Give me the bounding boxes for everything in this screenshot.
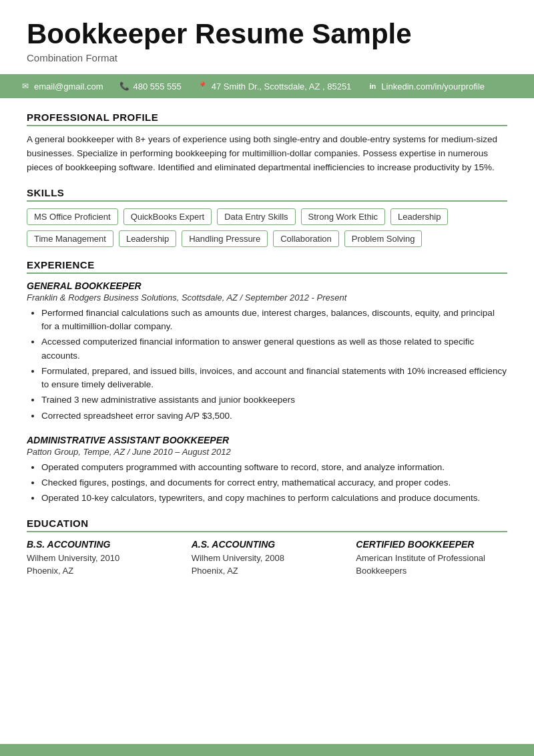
exp-bullet: Accessed computerized financial informat… <box>41 335 507 363</box>
education-section: EDUCATION B.S. ACCOUNTINGWilhem Universi… <box>27 518 507 578</box>
exp-company: Patton Group, Tempe, AZ / June 2010 – Au… <box>27 447 507 457</box>
edu-degree: CERTIFIED BOOKKEEPER <box>356 539 507 550</box>
edu-item: A.S. ACCOUNTINGWilhem University, 2008Ph… <box>192 539 343 578</box>
edu-line1: American Institute of Professional Bookk… <box>356 552 507 578</box>
edu-degree: A.S. ACCOUNTING <box>192 539 343 550</box>
edu-line1: Wilhem University, 2010 <box>27 552 178 565</box>
exp-title: ADMINISTRATIVE ASSISTANT BOOKKEEPER <box>27 435 507 445</box>
exp-bullet: Trained 3 new administrative assistants … <box>41 393 507 407</box>
header-section: Bookkeeper Resume Sample Combination For… <box>0 0 534 74</box>
experience-section: EXPERIENCE GENERAL BOOKKEEPERFranklin & … <box>27 259 507 506</box>
skill-tag: Handling Pressure <box>182 230 268 247</box>
resume-title: Bookkeeper Resume Sample <box>27 19 507 49</box>
education-grid: B.S. ACCOUNTINGWilhem University, 2010Ph… <box>27 539 507 578</box>
skill-tag: Strong Work Ethic <box>301 208 386 225</box>
phone-text: 480 555 555 <box>134 81 182 91</box>
edu-line1: Wilhem University, 2008 <box>192 552 343 565</box>
exp-bullet: Operated computers programmed with accou… <box>41 461 507 474</box>
contact-email: ✉ email@gmail.com <box>20 81 103 91</box>
profile-section: PROFESSIONAL PROFILE A general bookkeepe… <box>27 112 507 175</box>
exp-company: Franklin & Rodgers Business Solutions, S… <box>27 293 507 303</box>
profile-label: PROFESSIONAL PROFILE <box>27 112 158 123</box>
skill-tag: Time Management <box>27 230 113 247</box>
education-header: EDUCATION <box>27 518 507 532</box>
email-icon: ✉ <box>20 81 31 91</box>
skill-tag: Collaboration <box>273 230 339 247</box>
profile-header: PROFESSIONAL PROFILE <box>27 112 507 126</box>
exp-bullets: Performed financial calculations such as… <box>27 307 507 423</box>
skill-tag: Leadership <box>119 230 176 247</box>
page: Bookkeeper Resume Sample Combination For… <box>0 0 534 756</box>
exp-bullet: Corrected spreadsheet error saving A/P $… <box>41 409 507 423</box>
skills-container: MS Office ProficientQuickBooks ExpertDat… <box>27 208 507 247</box>
edu-item: B.S. ACCOUNTINGWilhem University, 2010Ph… <box>27 539 178 578</box>
email-text: email@gmail.com <box>34 81 103 91</box>
skills-header: SKILLS <box>27 187 507 202</box>
experience-entry: ADMINISTRATIVE ASSISTANT BOOKKEEPERPatto… <box>27 435 507 506</box>
linkedin-icon: in <box>367 81 378 91</box>
footer-bar <box>0 744 534 756</box>
skills-label: SKILLS <box>27 187 64 198</box>
edu-degree: B.S. ACCOUNTING <box>27 539 178 550</box>
skill-tag: Leadership <box>390 208 448 225</box>
contact-bar: ✉ email@gmail.com 📞 480 555 555 📍 47 Smi… <box>0 74 534 98</box>
skills-section: SKILLS MS Office ProficientQuickBooks Ex… <box>27 187 507 247</box>
contact-phone: 📞 480 555 555 <box>119 81 182 91</box>
skill-tag: QuickBooks Expert <box>123 208 212 225</box>
edu-item: CERTIFIED BOOKKEEPERAmerican Institute o… <box>356 539 507 578</box>
experience-container: GENERAL BOOKKEEPERFranklin & Rodgers Bus… <box>27 280 507 506</box>
address-text: 47 Smith Dr., Scottsdale, AZ , 85251 <box>212 81 352 91</box>
edu-line2: Phoenix, AZ <box>192 564 343 578</box>
resume-subtitle: Combination Format <box>27 52 507 63</box>
phone-icon: 📞 <box>119 81 130 91</box>
linkedin-text: Linkedin.com/in/yourprofile <box>381 81 485 91</box>
profile-text: A general bookkeeper with 8+ years of ex… <box>27 133 507 175</box>
exp-bullets: Operated computers programmed with accou… <box>27 461 507 506</box>
exp-title: GENERAL BOOKKEEPER <box>27 280 507 291</box>
location-icon: 📍 <box>198 81 208 91</box>
experience-label: EXPERIENCE <box>27 259 95 270</box>
main-content: PROFESSIONAL PROFILE A general bookkeepe… <box>0 98 534 744</box>
exp-bullet: Performed financial calculations such as… <box>41 307 507 334</box>
edu-line2: Phoenix, AZ <box>27 564 178 578</box>
experience-header: EXPERIENCE <box>27 259 507 274</box>
skill-tag: Problem Solving <box>344 230 423 247</box>
exp-bullet: Operated 10-key calculators, typewriters… <box>41 492 507 505</box>
experience-entry: GENERAL BOOKKEEPERFranklin & Rodgers Bus… <box>27 280 507 423</box>
skill-tag: Data Entry Skills <box>217 208 295 225</box>
exp-bullet: Checked figures, postings, and documents… <box>41 476 507 490</box>
contact-address: 📍 47 Smith Dr., Scottsdale, AZ , 85251 <box>198 81 352 91</box>
contact-linkedin: in Linkedin.com/in/yourprofile <box>367 81 485 91</box>
exp-bullet: Formulated, prepared, and issued bills, … <box>41 365 507 392</box>
education-label: EDUCATION <box>27 518 89 529</box>
skill-tag: MS Office Proficient <box>27 208 118 225</box>
